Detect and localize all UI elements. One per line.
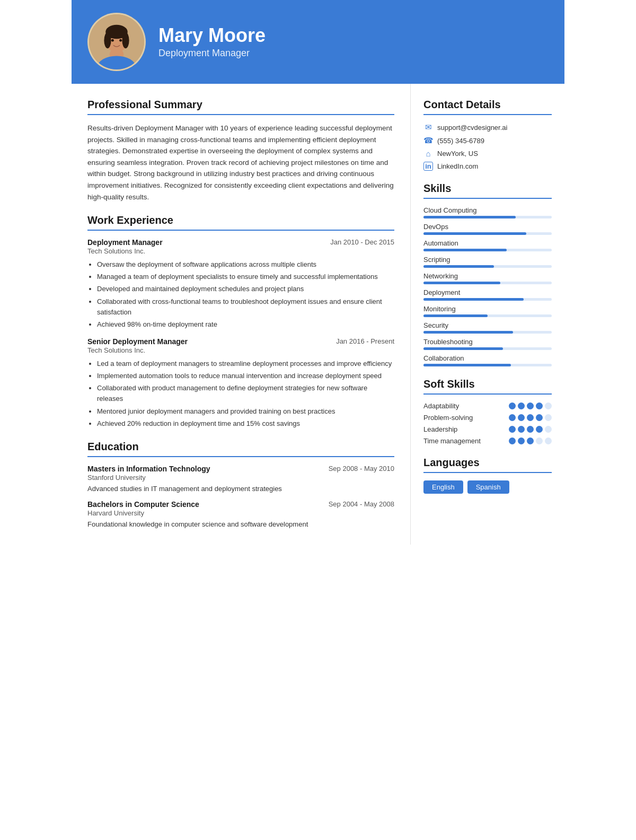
contact-underline bbox=[423, 114, 552, 115]
skill-bar-fill-9 bbox=[423, 364, 511, 366]
bullet-0-3: Collaborated with cross-functional teams… bbox=[97, 296, 394, 318]
soft-skill-name-2: Leadership bbox=[423, 425, 457, 433]
header: Mary Moore Deployment Manager bbox=[72, 0, 564, 84]
soft-skill-item-1: Problem-solving bbox=[423, 414, 552, 422]
skill-bar-fill-7 bbox=[423, 331, 513, 334]
soft-skills-heading: Soft Skills bbox=[423, 378, 552, 390]
dots-2 bbox=[509, 426, 552, 433]
skill-item-0: Cloud Computing bbox=[423, 206, 552, 218]
edu-degree-1: Bachelors in Computer Science bbox=[87, 500, 199, 509]
svg-point-7 bbox=[111, 39, 114, 42]
skill-item-7: Security bbox=[423, 321, 552, 334]
skill-bar-bg-2 bbox=[423, 249, 552, 251]
skill-bar-fill-0 bbox=[423, 216, 516, 218]
job-bullets-1: Led a team of deployment managers to str… bbox=[97, 358, 394, 429]
dot-0-3 bbox=[536, 402, 543, 409]
dots-1 bbox=[509, 414, 552, 421]
contact-container: ✉support@cvdesigner.ai☎(555) 345-6789⌂Ne… bbox=[423, 122, 552, 171]
skill-bar-bg-1 bbox=[423, 232, 552, 235]
skill-bar-fill-6 bbox=[423, 314, 488, 317]
skill-item-1: DevOps bbox=[423, 223, 552, 235]
skill-bar-bg-3 bbox=[423, 265, 552, 268]
bullet-1-0: Led a team of deployment managers to str… bbox=[97, 358, 394, 369]
job-title-1: Senior Deployment Manager bbox=[87, 337, 188, 346]
skill-bar-fill-2 bbox=[423, 249, 507, 251]
dot-2-0 bbox=[509, 426, 516, 433]
skill-item-9: Collaboration bbox=[423, 354, 552, 366]
bullet-1-3: Mentored junior deployment managers and … bbox=[97, 406, 394, 417]
skill-name-0: Cloud Computing bbox=[423, 206, 552, 214]
work-underline bbox=[87, 230, 394, 231]
dot-3-2 bbox=[527, 438, 534, 444]
svg-point-6 bbox=[122, 32, 129, 48]
skill-bar-fill-3 bbox=[423, 265, 494, 268]
dot-2-2 bbox=[527, 426, 534, 433]
summary-heading: Professional Summary bbox=[87, 99, 394, 111]
contact-section: Contact Details ✉support@cvdesigner.ai☎(… bbox=[423, 99, 552, 171]
skill-name-1: DevOps bbox=[423, 223, 552, 231]
dot-3-1 bbox=[518, 438, 525, 444]
edu-date-1: Sep 2004 - May 2008 bbox=[329, 500, 394, 508]
skill-bar-bg-8 bbox=[423, 347, 552, 350]
job-entry-1: Senior Deployment Manager Jan 2016 - Pre… bbox=[87, 337, 394, 429]
bullet-0-1: Managed a team of deployment specialists… bbox=[97, 272, 394, 282]
bullet-0-0: Oversaw the deployment of software appli… bbox=[97, 259, 394, 270]
summary-underline bbox=[87, 114, 394, 115]
languages-underline bbox=[423, 472, 552, 473]
languages-heading: Languages bbox=[423, 457, 552, 469]
bullet-0-2: Developed and maintained deployment sche… bbox=[97, 284, 394, 294]
skill-bar-bg-4 bbox=[423, 282, 552, 284]
right-column: Contact Details ✉support@cvdesigner.ai☎(… bbox=[411, 84, 564, 545]
soft-skill-name-1: Problem-solving bbox=[423, 414, 473, 422]
soft-skill-name-3: Time management bbox=[423, 437, 481, 445]
dots-0 bbox=[509, 402, 552, 409]
language-tags: EnglishSpanish bbox=[423, 480, 552, 494]
skill-item-6: Monitoring bbox=[423, 305, 552, 317]
skill-bar-bg-5 bbox=[423, 298, 552, 301]
main-layout: Professional Summary Results-driven Depl… bbox=[72, 84, 564, 545]
education-section: Education Masters in Information Technol… bbox=[87, 441, 394, 530]
contact-item-2: ⌂NewYork, US bbox=[423, 149, 552, 158]
languages-section: Languages EnglishSpanish bbox=[423, 457, 552, 494]
left-column: Professional Summary Results-driven Depl… bbox=[72, 84, 411, 545]
skills-underline bbox=[423, 198, 552, 199]
skill-bar-bg-9 bbox=[423, 364, 552, 366]
email-icon: ✉ bbox=[423, 122, 433, 132]
skills-section: Skills Cloud Computing DevOps Automation… bbox=[423, 182, 552, 366]
jobs-container: Deployment Manager Jan 2010 - Dec 2015 T… bbox=[87, 238, 394, 429]
summary-text: Results-driven Deployment Manager with 1… bbox=[87, 122, 394, 203]
edu-heading: Education bbox=[87, 441, 394, 453]
dot-3-0 bbox=[509, 438, 516, 444]
soft-skills-section: Soft Skills Adaptability Problem-solving… bbox=[423, 378, 552, 445]
soft-skill-item-0: Adaptability bbox=[423, 402, 552, 410]
dot-2-3 bbox=[536, 426, 543, 433]
soft-skills-underline bbox=[423, 393, 552, 395]
dot-0-1 bbox=[518, 402, 525, 409]
job-title-0: Deployment Manager bbox=[87, 238, 163, 247]
dot-0-4 bbox=[545, 402, 552, 409]
dots-3 bbox=[509, 438, 552, 444]
skill-item-4: Networking bbox=[423, 272, 552, 284]
job-company-0: Tech Solutions Inc. bbox=[87, 247, 394, 255]
svg-point-5 bbox=[104, 32, 111, 48]
dot-1-3 bbox=[536, 414, 543, 421]
dot-1-0 bbox=[509, 414, 516, 421]
dot-1-1 bbox=[518, 414, 525, 421]
skill-item-2: Automation bbox=[423, 239, 552, 251]
job-date-1: Jan 2016 - Present bbox=[336, 337, 394, 345]
skill-bar-bg-0 bbox=[423, 216, 552, 218]
skill-bar-fill-1 bbox=[423, 232, 526, 235]
bullet-1-2: Collaborated with product management to … bbox=[97, 383, 394, 404]
job-company-1: Tech Solutions Inc. bbox=[87, 346, 394, 354]
lang-tag-spanish: Spanish bbox=[467, 480, 509, 494]
job-date-0: Jan 2010 - Dec 2015 bbox=[330, 238, 394, 246]
soft-skill-item-3: Time management bbox=[423, 437, 552, 445]
edu-desc-0: Advanced studies in IT management and de… bbox=[87, 484, 394, 494]
edu-degree-0: Masters in Information Technology bbox=[87, 465, 210, 473]
summary-section: Professional Summary Results-driven Depl… bbox=[87, 99, 394, 203]
svg-point-8 bbox=[119, 39, 122, 42]
skill-name-3: Scripting bbox=[423, 256, 552, 264]
edu-school-1: Harvard University bbox=[87, 509, 394, 517]
skill-item-3: Scripting bbox=[423, 256, 552, 268]
soft-skill-item-2: Leadership bbox=[423, 425, 552, 433]
